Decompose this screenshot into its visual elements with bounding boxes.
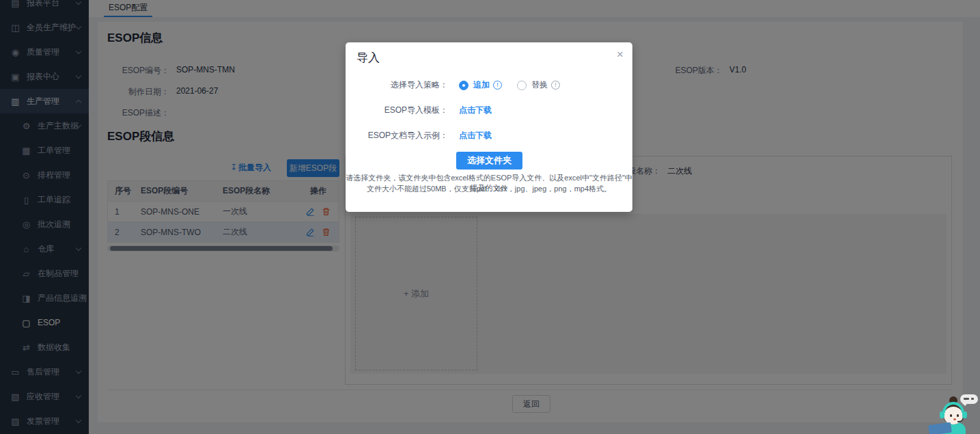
radio-replace[interactable] [517, 81, 527, 90]
choose-folder-button[interactable]: 选择文件夹 [456, 152, 522, 169]
speech-bubble-icon [960, 394, 978, 404]
mascot-eye [950, 414, 952, 417]
radio-replace-label[interactable]: 替换 [531, 79, 548, 91]
customer-service-mascot[interactable] [929, 385, 980, 434]
headset-band-icon [942, 402, 964, 413]
example-row: ESOP文档导入示例： 点击下载 [346, 130, 492, 141]
strategy-row: 选择导入策略： 追加 ! 替换 ! [346, 79, 560, 91]
headset-earcup-icon [940, 411, 944, 418]
example-label: ESOP文档导入示例： [346, 130, 448, 141]
mascot-eye [957, 414, 959, 417]
mascot-mouth [953, 418, 956, 420]
mascot-laptop [928, 422, 952, 434]
close-icon[interactable]: × [617, 49, 624, 60]
info-icon[interactable]: ! [493, 81, 502, 90]
strategy-label: 选择导入策略： [346, 79, 448, 91]
template-download-link[interactable]: 点击下载 [459, 105, 492, 116]
note-line-2: 文件大小不能超过50MB，仅支持pdf，xlsx，jpg、jpeg，png，mp… [346, 184, 632, 194]
template-label: ESOP导入模板： [346, 105, 448, 116]
radio-append-label[interactable]: 追加 [473, 79, 490, 91]
radio-append[interactable] [459, 81, 468, 90]
headset-mic-icon [957, 418, 964, 422]
info-icon[interactable]: ! [551, 81, 560, 90]
dialog-title: 导入 [356, 50, 380, 66]
template-row: ESOP导入模板： 点击下载 [346, 105, 492, 116]
import-dialog: 导入 × 选择导入策略： 追加 ! 替换 ! ESOP导入模板： 点击下载 ES… [346, 42, 632, 212]
example-download-link[interactable]: 点击下载 [459, 130, 492, 141]
